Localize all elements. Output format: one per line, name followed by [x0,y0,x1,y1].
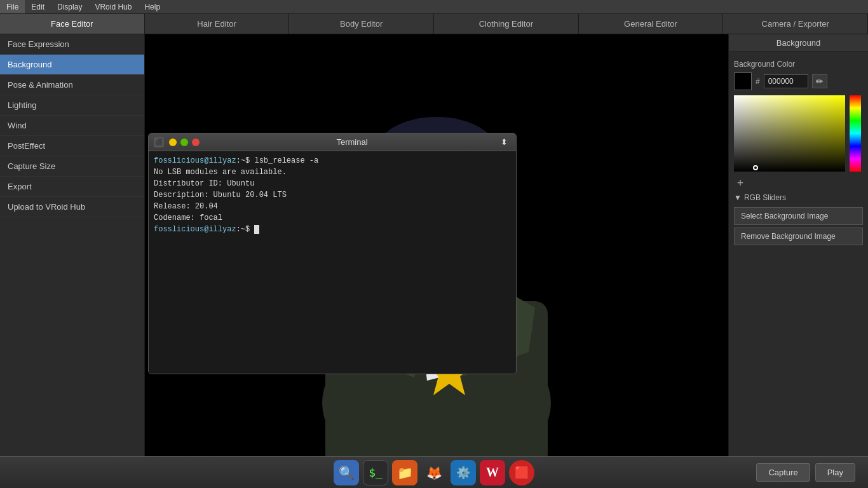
tab-face-editor[interactable]: Face Editor [0,14,145,34]
sidebar-item-background[interactable]: Background [0,55,144,75]
terminal-content: fosslicious@illyaz:~$ lsb_release -a No … [149,151,516,374]
dock-terminal-icon[interactable]: $_ [363,460,388,485]
capture-button[interactable]: Capture [756,463,810,482]
color-hex-input[interactable] [764,74,808,88]
sidebar-item-export[interactable]: Export [0,177,144,197]
hue-slider[interactable] [850,95,861,172]
tab-hair-editor[interactable]: Hair Editor [145,14,290,34]
terminal-title: Terminal [203,137,501,147]
terminal-line-3: Distributor ID: Ubuntu [154,178,511,189]
dock-settings-icon[interactable]: ⚙️ [451,460,476,485]
right-panel: Background Background Color # ✏ + [728,34,868,456]
right-panel-header: Background [729,34,868,52]
editor-tabs: Face Editor Hair Editor Body Editor Clot… [0,14,868,34]
terminal-line-4: Description: Ubuntu 20.04 LTS [154,189,511,201]
terminal-line-5: Release: 20.04 [154,201,511,212]
tab-clothing-editor[interactable]: Clothing Editor [434,14,579,34]
rgb-section: ▼ RGB Sliders [734,193,863,202]
dock-app-icon[interactable]: 🟥 [509,460,534,485]
sidebar-item-upload[interactable]: Upload to VRoid Hub [0,197,144,217]
tab-general-editor[interactable]: General Editor [579,14,724,34]
tab-camera-exporter[interactable]: Camera / Exporter [723,14,868,34]
sidebar-item-lighting[interactable]: Lighting [0,95,144,116]
color-gradient-dark[interactable] [734,95,845,172]
terminal-prompt-line: fosslicious@illyaz:~$ [154,224,511,235]
menu-edit[interactable]: Edit [25,0,51,13]
menubar: File Edit Display VRoid Hub Help [0,0,868,14]
menu-display[interactable]: Display [51,0,88,13]
rgb-label: RGB Sliders [744,193,786,202]
select-bg-image-button[interactable]: Select Background Image [734,207,863,225]
terminal-cursor [254,225,259,234]
tab-body-editor[interactable]: Body Editor [289,14,434,34]
terminal-minimize-btn[interactable] [169,139,177,146]
menu-vroid-hub[interactable]: VRoid Hub [88,0,138,13]
color-hex-row: # ✏ [734,72,863,90]
terminal-close-btn[interactable] [192,139,200,146]
terminal-prompt-1: fosslicious@illyaz [154,156,236,165]
sidebar-item-capture-size[interactable]: Capture Size [0,156,144,177]
dock-firefox-icon[interactable]: 🦊 [421,460,447,485]
terminal-line-1: fosslicious@illyaz:~$ lsb_release -a [154,155,511,166]
terminal-prompt-2: fosslicious@illyaz [154,225,236,234]
viewport: ⬛ Terminal ⬍ fosslicious@illyaz:~$ lsb_r… [145,34,728,456]
terminal-titlebar: ⬛ Terminal ⬍ [149,133,516,151]
main-area: Face Expression Background Pose & Animat… [0,34,868,456]
sidebar: Face Expression Background Pose & Animat… [0,34,145,456]
dock-files-icon[interactable]: 📁 [392,460,417,485]
terminal-window[interactable]: ⬛ Terminal ⬍ fosslicious@illyaz:~$ lsb_r… [148,133,517,374]
sidebar-item-pose-animation[interactable]: Pose & Animation [0,75,144,95]
eyedropper-button[interactable]: ✏ [812,74,827,88]
color-swatch[interactable] [734,72,752,90]
rgb-header[interactable]: ▼ RGB Sliders [734,193,863,202]
terminal-line-6: Codename: focal [154,212,511,224]
bg-color-label: Background Color [734,60,863,69]
capture-play-controls: Capture Play [756,463,855,482]
remove-bg-image-button[interactable]: Remove Background Image [734,227,863,245]
play-button[interactable]: Play [815,463,855,482]
color-hash: # [756,77,760,86]
terminal-line-2: No LSB modules are available. [154,166,511,178]
rgb-arrow-icon: ▼ [734,193,742,202]
terminal-scroll-icon: ⬍ [501,137,511,147]
dock-accessibility-icon[interactable]: 🔍 [334,460,359,485]
sidebar-item-wind[interactable]: Wind [0,116,144,136]
menu-help[interactable]: Help [138,0,166,13]
terminal-maximize-btn[interactable] [180,139,188,146]
menu-file[interactable]: File [0,0,25,13]
dock-wps-icon[interactable]: W [480,460,505,485]
taskbar: 🔍 $_ 📁 🦊 ⚙️ W 🟥 Capture Play [0,456,868,488]
sidebar-item-face-expression[interactable]: Face Expression [0,34,144,55]
add-color-button[interactable]: + [734,177,747,189]
sidebar-item-posteffect[interactable]: PostEffect [0,136,144,156]
right-panel-content: Background Color # ✏ + ▼ RGB Slide [729,52,868,456]
terminal-app-icon: ⬛ [154,137,164,147]
color-picker-box[interactable] [734,95,861,172]
